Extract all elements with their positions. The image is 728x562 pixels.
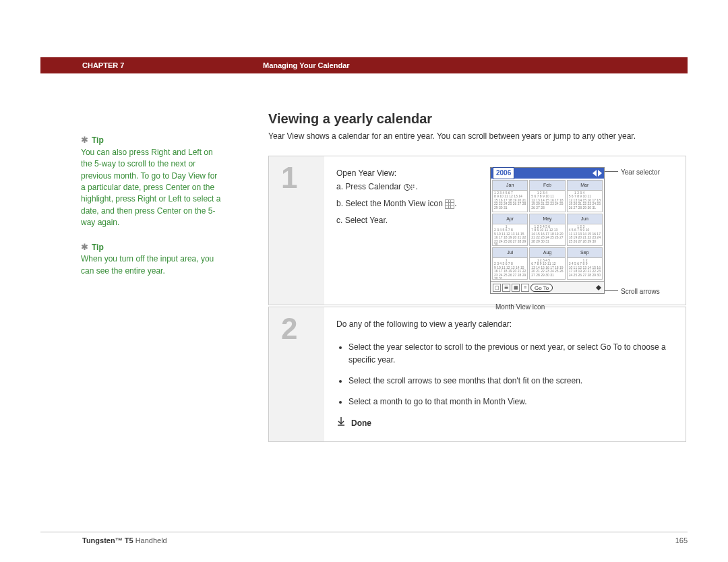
mini-month-label: Jan <box>493 181 527 190</box>
step-1a: a. Press Calendar . <box>336 181 478 193</box>
page-footer: Tungsten™ T5 Handheld 165 <box>40 532 688 544</box>
tip-label: Tip <box>92 135 104 145</box>
step-2-lead: Do any of the following to view a yearly… <box>336 318 675 331</box>
step-number: 1 <box>281 163 324 193</box>
week-view-button[interactable]: ☰ <box>502 284 510 292</box>
asterisk-icon: ✱ <box>81 241 89 254</box>
mini-month-label: Feb <box>530 181 564 190</box>
mini-month-label: Jun <box>568 214 602 224</box>
mini-month-label: May <box>530 214 564 224</box>
mini-month[interactable]: Aug 1 2 3 4 5 6 7 8 9 10 11 12 13 14 15 … <box>529 247 565 280</box>
chapter-title: Managing Your Calendar <box>263 61 350 69</box>
tips-sidebar: ✱Tip You can also press Right and Left o… <box>81 134 222 289</box>
mini-month[interactable]: Jun 1 2 3 4 5 6 7 8 9 10 11 12 13 14 15 … <box>567 214 603 246</box>
year-view-header: 2006 <box>491 168 604 179</box>
year-view-footer: ▢ ☰ ▦ ≡ Go To <box>491 281 604 293</box>
step-1c: c. Select Year. <box>336 214 478 227</box>
done-arrow-icon <box>336 416 346 430</box>
tip-block: ✱Tip When you turn off the input area, y… <box>81 241 222 278</box>
done-row: Done <box>336 416 675 430</box>
step-1: 1 Open Year View: a. Press Calendar . b.… <box>268 156 686 305</box>
month-view-icon <box>445 199 454 209</box>
footer-product-rest: Handheld <box>133 536 167 544</box>
step-number-cell: 2 <box>269 307 324 441</box>
goto-button[interactable]: Go To <box>530 284 553 292</box>
calendar-app-icon <box>403 183 415 191</box>
year-view-mockup: 2006 Jan1 2 3 4 5 6 7 8 9 10 11 12 13 14… <box>490 167 605 294</box>
step-2-bullet: Select a month to go to that month in Mo… <box>348 396 675 408</box>
svg-rect-3 <box>411 185 413 186</box>
mini-month-label: Apr <box>493 214 527 224</box>
scroll-arrows[interactable] <box>595 284 602 292</box>
callout-line <box>605 171 618 172</box>
svg-rect-6 <box>413 187 415 188</box>
step-body: Do any of the following to view a yearly… <box>324 307 686 441</box>
callout-year-selector: Year selector <box>621 167 660 178</box>
mini-month[interactable]: Feb 1 2 3 4 5 6 7 8 9 10 11 12 13 14 15 … <box>529 180 565 212</box>
mini-month[interactable]: Apr 1 2 3 4 5 6 7 8 9 10 11 12 13 14 15 … <box>492 214 528 246</box>
callout-line <box>605 290 618 291</box>
step-1b: b. Select the Month View icon . <box>336 197 478 210</box>
svg-rect-7 <box>411 189 413 190</box>
step-number-cell: 1 <box>269 156 324 305</box>
year-view-months: Jan1 2 3 4 5 6 7 8 9 10 11 12 13 14 15 1… <box>491 179 604 281</box>
chapter-header: CHAPTER 7 Managing Your Calendar <box>40 57 688 73</box>
done-label: Done <box>351 417 371 430</box>
scroll-down-icon[interactable] <box>596 288 601 290</box>
year-selector-arrows[interactable] <box>593 170 602 177</box>
step-body: Open Year View: a. Press Calendar . b. S… <box>324 156 686 305</box>
page-number: 165 <box>675 536 688 544</box>
callout-scroll-arrows: Scroll arrows <box>621 286 660 297</box>
mini-month[interactable]: May 1 2 3 4 5 6 7 8 9 10 11 12 13 14 15 … <box>529 214 565 246</box>
step-2-bullet: Select the year selector to scroll to th… <box>348 341 675 367</box>
tip-block: ✱Tip You can also press Right and Left o… <box>81 134 222 229</box>
footer-product: Tungsten™ T5 Handheld <box>40 536 167 544</box>
tip-label: Tip <box>92 242 104 251</box>
mini-month[interactable]: Sep 1 2 3 4 5 6 7 8 9 10 11 12 13 14 15 … <box>567 247 603 280</box>
agenda-view-button[interactable]: ≡ <box>521 284 529 292</box>
step-1b-post: . <box>454 199 456 208</box>
step-2-bullet: Select the scroll arrows to see months t… <box>348 375 675 387</box>
svg-line-2 <box>407 187 408 188</box>
prev-year-icon[interactable] <box>593 170 597 177</box>
step-1-lead: Open Year View: <box>336 167 478 180</box>
mini-month-label: Aug <box>530 248 564 257</box>
mini-month-label: Sep <box>568 248 602 257</box>
main-content: Viewing a yearly calendar Year View show… <box>268 111 686 443</box>
step-number: 2 <box>281 314 324 344</box>
callout-month-view-icon: Month View icon <box>495 302 545 313</box>
chapter-label: CHAPTER 7 <box>40 61 263 69</box>
section-intro: Year View shows a calendar for an entire… <box>268 131 686 142</box>
mini-month[interactable]: Jul 1 2 3 4 5 6 7 8 9 10 11 12 13 14 15 … <box>492 247 528 280</box>
mini-month-label: Jul <box>493 248 527 257</box>
tip-body: When you turn off the input area, you ca… <box>81 253 222 277</box>
asterisk-icon: ✱ <box>81 134 89 147</box>
mini-month[interactable]: Mar 1 2 3 4 5 6 7 8 9 10 11 12 13 14 15 … <box>567 180 603 212</box>
month-view-button[interactable]: ▦ <box>512 284 520 292</box>
tip-body: You can also press Right and Left on the… <box>81 147 222 229</box>
step-2: 2 Do any of the following to view a year… <box>268 307 686 441</box>
step-1-figure: 2006 Jan1 2 3 4 5 6 7 8 9 10 11 12 13 14… <box>490 167 675 294</box>
step-1a-post: . <box>415 182 417 191</box>
footer-product-name: Tungsten™ T5 <box>82 536 133 544</box>
svg-rect-4 <box>413 185 415 186</box>
next-year-icon[interactable] <box>598 170 602 177</box>
step-1b-pre: b. Select the Month View icon <box>336 199 445 208</box>
step-1-text: Open Year View: a. Press Calendar . b. S… <box>336 167 478 294</box>
section-heading: Viewing a yearly calendar <box>268 111 686 127</box>
svg-rect-5 <box>411 187 413 188</box>
year-badge[interactable]: 2006 <box>493 167 514 179</box>
day-view-button[interactable]: ▢ <box>493 284 501 292</box>
mini-month-label: Mar <box>568 181 602 190</box>
mini-month[interactable]: Jan1 2 3 4 5 6 7 8 9 10 11 12 13 14 15 1… <box>492 180 528 212</box>
step-1a-pre: a. Press Calendar <box>336 182 403 191</box>
